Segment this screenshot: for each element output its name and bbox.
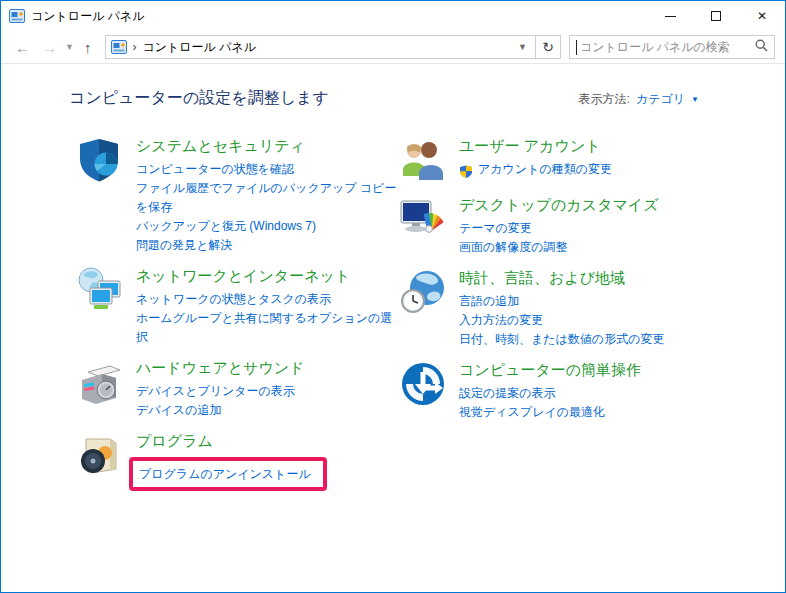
- category-section-user-accounts: ユーザー アカウントアカウントの種類の変更: [399, 136, 774, 184]
- view-by-dropdown-icon[interactable]: ▼: [691, 95, 699, 104]
- window-controls: ✕: [647, 1, 785, 31]
- task-link[interactable]: プログラムのアンインストール: [139, 467, 311, 481]
- task-row: デバイスの追加: [136, 401, 305, 420]
- task-link[interactable]: テーマの変更: [459, 219, 532, 238]
- category-body: システムとセキュリティコンピューターの状態を確認ファイル履歴でファイルのバックア…: [136, 136, 398, 255]
- task-link[interactable]: デバイスとプリンターの表示: [136, 382, 295, 401]
- forward-button[interactable]: →: [36, 40, 63, 55]
- task-row: 問題の発見と解決: [136, 236, 398, 255]
- search-icon[interactable]: [755, 38, 768, 56]
- users-icon[interactable]: [399, 136, 447, 184]
- task-row: テーマの変更: [459, 219, 659, 238]
- breadcrumb-chevron-icon: ›: [127, 40, 142, 54]
- category-section-appearance-personalization: デスクトップのカスタマイズテーマの変更画面の解像度の調整: [399, 195, 774, 257]
- task-row: 画面の解像度の調整: [459, 238, 659, 257]
- category-title-clock-language-region[interactable]: 時計、言語、および地域: [459, 269, 625, 288]
- window-title: コントロール パネル: [31, 8, 647, 25]
- view-by-value[interactable]: カテゴリ: [636, 91, 685, 108]
- category-body: ネットワークとインターネットネットワークの状態とタスクの表示ホームグループと共有…: [136, 266, 398, 347]
- task-link[interactable]: 日付、時刻、または数値の形式の変更: [459, 330, 664, 349]
- task-link[interactable]: ネットワークの状態とタスクの表示: [136, 290, 331, 309]
- task-row: ネットワークの状態とタスクの表示: [136, 290, 398, 309]
- task-link[interactable]: 言語の追加: [459, 292, 519, 311]
- search-input[interactable]: [570, 37, 755, 57]
- task-link[interactable]: デバイスの追加: [136, 401, 221, 420]
- address-location-icon: [111, 40, 127, 54]
- network-globe-icon[interactable]: [76, 266, 124, 314]
- category-title-appearance-personalization[interactable]: デスクトップのカスタマイズ: [459, 196, 659, 215]
- category-column-right: ユーザー アカウントアカウントの種類の変更デスクトップのカスタマイズテーマの変更…: [399, 136, 774, 433]
- uac-shield-icon: [459, 163, 473, 176]
- category-section-network-internet: ネットワークとインターネットネットワークの状態とタスクの表示ホームグループと共有…: [76, 266, 398, 347]
- category-body: コンピューターの簡単操作設定の提案の表示視覚ディスプレイの最適化: [459, 360, 641, 422]
- category-body: プログラムプログラムのアンインストール: [136, 431, 327, 491]
- category-column-left: システムとセキュリティコンピューターの状態を確認ファイル履歴でファイルのバックア…: [76, 136, 398, 502]
- breadcrumb-control-panel[interactable]: コントロール パネル: [142, 39, 256, 56]
- security-shield-icon[interactable]: [76, 136, 124, 184]
- category-title-hardware-sound[interactable]: ハードウェアとサウンド: [136, 359, 305, 378]
- task-row: バックアップと復元 (Windows 7): [136, 217, 398, 236]
- task-row: プログラムのアンインストール: [136, 455, 327, 491]
- up-button[interactable]: ↑: [76, 40, 100, 55]
- task-link[interactable]: バックアップと復元 (Windows 7): [136, 217, 316, 236]
- page-title: コンピューターの設定を調整します: [69, 88, 329, 109]
- category-body: ユーザー アカウントアカウントの種類の変更: [459, 136, 612, 184]
- refresh-button[interactable]: ↻: [536, 35, 561, 59]
- printer-icon[interactable]: [76, 358, 124, 406]
- category-body: ハードウェアとサウンドデバイスとプリンターの表示デバイスの追加: [136, 358, 305, 420]
- task-link[interactable]: コンピューターの状態を確認: [136, 160, 294, 179]
- category-section-ease-of-access: コンピューターの簡単操作設定の提案の表示視覚ディスプレイの最適化: [399, 360, 774, 422]
- category-section-system-security: システムとセキュリティコンピューターの状態を確認ファイル履歴でファイルのバックア…: [76, 136, 398, 255]
- clock-globe-icon[interactable]: [399, 268, 447, 316]
- task-row: デバイスとプリンターの表示: [136, 382, 305, 401]
- task-row: ファイル履歴でファイルのバックアップ コピーを保存: [136, 179, 398, 217]
- highlight-box: プログラムのアンインストール: [129, 457, 327, 491]
- task-link[interactable]: 画面の解像度の調整: [459, 238, 568, 257]
- category-title-ease-of-access[interactable]: コンピューターの簡単操作: [459, 361, 641, 380]
- address-bar[interactable]: › コントロール パネル ▼: [105, 35, 536, 59]
- task-row: 入力方法の変更: [459, 311, 664, 330]
- title-bar: コントロール パネル ✕: [1, 1, 785, 31]
- category-section-programs: プログラムプログラムのアンインストール: [76, 431, 398, 491]
- maximize-button[interactable]: [693, 1, 739, 31]
- view-by-label: 表示方法:: [579, 91, 630, 108]
- task-link[interactable]: ホームグループと共有に関するオプションの選択: [136, 309, 398, 347]
- task-row: コンピューターの状態を確認: [136, 160, 398, 179]
- back-button[interactable]: ←: [9, 40, 36, 55]
- minimize-button[interactable]: [647, 1, 693, 31]
- task-link[interactable]: ファイル履歴でファイルのバックアップ コピーを保存: [136, 179, 398, 217]
- close-button[interactable]: ✕: [739, 1, 785, 31]
- task-row: 日付、時刻、または数値の形式の変更: [459, 330, 664, 349]
- navigation-bar: ← → ▼ ↑ › コントロール パネル ▼ ↻: [1, 31, 785, 64]
- recent-pages-chevron-icon[interactable]: ▼: [63, 43, 76, 52]
- category-title-network-internet[interactable]: ネットワークとインターネット: [136, 267, 350, 286]
- control-panel-app-icon: [9, 9, 25, 23]
- task-row: アカウントの種類の変更: [459, 160, 612, 179]
- category-title-user-accounts[interactable]: ユーザー アカウント: [459, 137, 601, 156]
- text-caret: [576, 40, 577, 55]
- category-title-programs[interactable]: プログラム: [136, 432, 213, 451]
- program-box-icon[interactable]: [76, 431, 124, 479]
- view-by-control: 表示方法: カテゴリ ▼: [579, 91, 699, 108]
- category-body: デスクトップのカスタマイズテーマの変更画面の解像度の調整: [459, 195, 659, 257]
- task-row: 設定の提案の表示: [459, 384, 641, 403]
- category-section-clock-language-region: 時計、言語、および地域言語の追加入力方法の変更日付、時刻、または数値の形式の変更: [399, 268, 774, 349]
- task-link[interactable]: 入力方法の変更: [459, 311, 543, 330]
- task-row: 言語の追加: [459, 292, 664, 311]
- task-row: 視覚ディスプレイの最適化: [459, 403, 641, 422]
- ease-of-access-icon[interactable]: [399, 360, 447, 408]
- category-title-system-security[interactable]: システムとセキュリティ: [136, 137, 305, 156]
- address-dropdown-icon[interactable]: ▼: [514, 42, 531, 52]
- task-link[interactable]: 問題の発見と解決: [136, 236, 233, 255]
- display-colors-icon[interactable]: [399, 195, 447, 243]
- search-box[interactable]: [569, 35, 775, 59]
- task-link[interactable]: アカウントの種類の変更: [478, 160, 612, 179]
- task-row: ホームグループと共有に関するオプションの選択: [136, 309, 398, 347]
- task-link[interactable]: 設定の提案の表示: [459, 384, 556, 403]
- control-panel-window: コントロール パネル ✕ ← → ▼ ↑ › コントロール パネル ▼: [0, 0, 786, 593]
- task-link[interactable]: 視覚ディスプレイの最適化: [459, 403, 605, 422]
- main-content: コンピューターの設定を調整します 表示方法: カテゴリ ▼ システムとセキュリテ…: [1, 64, 785, 592]
- category-body: 時計、言語、および地域言語の追加入力方法の変更日付、時刻、または数値の形式の変更: [459, 268, 664, 349]
- category-section-hardware-sound: ハードウェアとサウンドデバイスとプリンターの表示デバイスの追加: [76, 358, 398, 420]
